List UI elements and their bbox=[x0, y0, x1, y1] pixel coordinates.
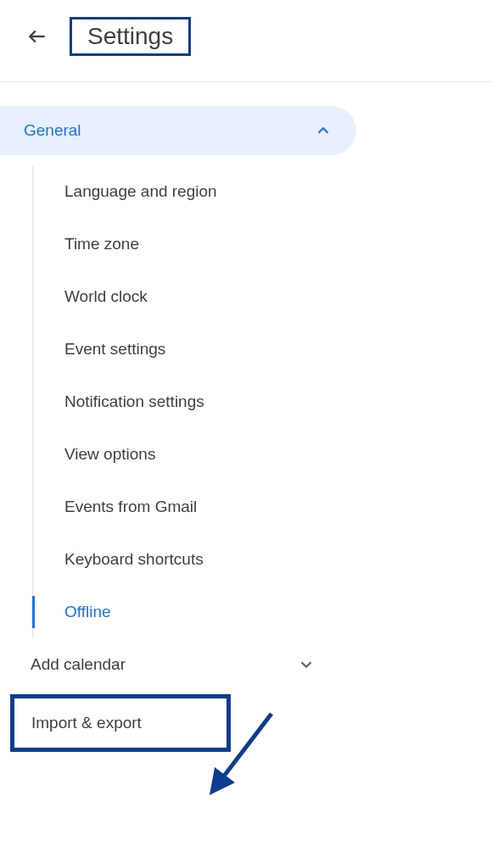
nav-view-options[interactable]: View options bbox=[34, 428, 492, 481]
chevron-down-icon bbox=[297, 655, 316, 674]
nav-events-from-gmail[interactable]: Events from Gmail bbox=[34, 481, 492, 533]
section-import-export-label: Import & export bbox=[31, 714, 142, 732]
page-title: Settings bbox=[70, 17, 191, 56]
settings-header: Settings bbox=[0, 0, 492, 73]
section-add-calendar-label: Add calendar bbox=[31, 655, 126, 674]
general-subitems: Language and region Time zone World cloc… bbox=[32, 165, 492, 638]
arrow-left-icon bbox=[26, 25, 48, 47]
nav-offline[interactable]: Offline bbox=[34, 586, 492, 638]
nav-time-zone[interactable]: Time zone bbox=[34, 218, 492, 270]
section-import-export[interactable]: Import & export bbox=[10, 694, 231, 752]
section-add-calendar[interactable]: Add calendar bbox=[0, 638, 339, 691]
nav-world-clock[interactable]: World clock bbox=[34, 270, 492, 323]
nav-language-region[interactable]: Language and region bbox=[34, 165, 492, 218]
nav-keyboard-shortcuts[interactable]: Keyboard shortcuts bbox=[34, 533, 492, 586]
nav-notification-settings[interactable]: Notification settings bbox=[34, 376, 492, 428]
section-general-label: General bbox=[24, 121, 81, 140]
back-button[interactable] bbox=[25, 25, 49, 48]
nav-event-settings[interactable]: Event settings bbox=[34, 323, 492, 376]
chevron-up-icon bbox=[314, 121, 333, 140]
section-general[interactable]: General bbox=[0, 106, 356, 155]
settings-nav: General Language and region Time zone Wo… bbox=[0, 106, 492, 752]
header-divider bbox=[0, 81, 492, 82]
